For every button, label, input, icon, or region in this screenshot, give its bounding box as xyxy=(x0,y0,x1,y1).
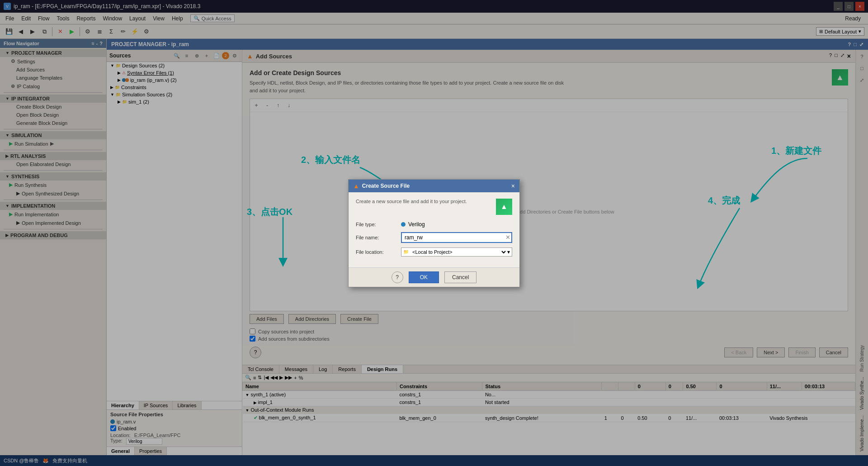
filename-input-wrap: ✕ xyxy=(401,232,512,243)
filename-label: File name: xyxy=(356,235,401,240)
modal-header: ▲ Create Source File × xyxy=(349,180,519,192)
modal-title: Create Source File xyxy=(362,183,410,189)
modal-header-icon: ▲ xyxy=(353,182,359,190)
modal-vivado-tri: ▲ xyxy=(500,203,508,211)
filename-clear-btn[interactable]: ✕ xyxy=(505,234,510,241)
modal-vivado-icon: ▲ xyxy=(496,199,512,215)
modal-body: Create a new source file and add it to y… xyxy=(349,192,519,267)
create-source-dialog: ▲ Create Source File × Create a new sour… xyxy=(348,179,520,287)
modal-description-row: Create a new source file and add it to y… xyxy=(356,199,512,215)
location-dropdown-icon: ▾ xyxy=(507,249,510,255)
modal-footer: ? OK Cancel xyxy=(349,267,519,287)
location-select-wrap: 📁 <Local to Project> ▾ xyxy=(401,247,512,257)
verilog-dot-icon xyxy=(401,222,406,227)
modal-overlay[interactable]: ▲ Create Source File × Create a new sour… xyxy=(0,0,868,466)
filetype-value: Verilog xyxy=(408,221,425,228)
folder-icon: 📁 xyxy=(403,249,409,254)
filetype-label: File type: xyxy=(356,222,401,227)
modal-close-button[interactable]: × xyxy=(511,182,515,190)
location-label: File location: xyxy=(356,249,401,255)
modal-filename-row: File name: ✕ xyxy=(356,232,512,243)
modal-header-content: ▲ Create Source File xyxy=(353,182,410,190)
filetype-select-wrap: Verilog xyxy=(401,221,512,228)
modal-desc-text: Create a new source file and add it to y… xyxy=(356,199,491,204)
modal-filetype-row: File type: Verilog xyxy=(356,221,512,228)
filename-input[interactable] xyxy=(401,232,512,243)
location-select[interactable]: <Local to Project> xyxy=(410,249,507,255)
modal-ok-btn[interactable]: OK xyxy=(409,271,439,283)
modal-cancel-btn[interactable]: Cancel xyxy=(444,271,476,283)
modal-help-btn[interactable]: ? xyxy=(392,271,403,283)
modal-location-row: File location: 📁 <Local to Project> ▾ xyxy=(356,247,512,257)
